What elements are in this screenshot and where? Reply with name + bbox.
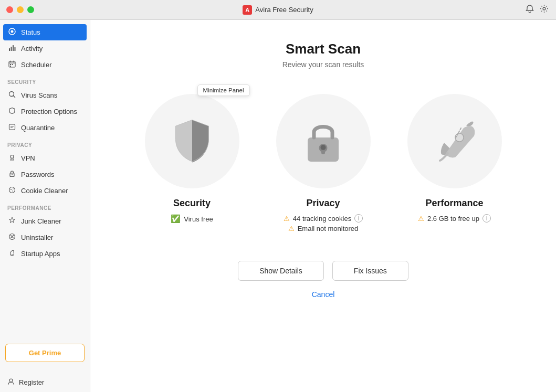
status-icon	[7, 28, 17, 37]
sidebar-passwords-label: Passwords	[21, 171, 55, 178]
quarantine-icon	[7, 123, 17, 132]
privacy-status-text-1: 44 tracking cookies	[293, 215, 351, 223]
action-buttons-row: Show Details Fix Issues	[238, 261, 408, 281]
svg-point-18	[12, 190, 13, 192]
virus-scans-icon	[7, 91, 17, 100]
get-prime-button[interactable]: Get Prime	[5, 344, 85, 362]
sidebar-item-protection-options[interactable]: Protection Options	[0, 103, 90, 120]
svg-point-26	[455, 133, 464, 142]
passwords-icon	[7, 170, 17, 179]
privacy-status-2: ⚠ Email not monitored	[288, 225, 359, 232]
svg-rect-9	[12, 64, 13, 65]
sidebar-item-quarantine[interactable]: Quarantine	[0, 120, 90, 136]
sidebar-virus-scans-label: Virus Scans	[21, 91, 57, 99]
rocket-icon	[432, 118, 477, 165]
sidebar-item-activity[interactable]: Activity	[0, 40, 90, 57]
sidebar-item-startup-apps[interactable]: Startup Apps	[0, 246, 90, 262]
security-status-text-1: Virus free	[184, 215, 213, 223]
svg-point-17	[11, 189, 12, 190]
sidebar-section-privacy: PRIVACY	[0, 136, 90, 150]
performance-card-title: Performance	[425, 198, 483, 209]
activity-icon	[7, 44, 17, 53]
sidebar-status-label: Status	[21, 28, 40, 36]
sidebar-item-register[interactable]: Register	[0, 373, 90, 392]
svg-rect-10	[10, 66, 11, 67]
app-title-text: Avira Free Security	[255, 6, 313, 14]
performance-status-text: 2.6 GB to free up	[427, 215, 479, 223]
sidebar-item-scheduler[interactable]: Scheduler	[0, 57, 90, 73]
sidebar-cookie-cleaner-label: Cookie Cleaner	[21, 187, 68, 195]
register-icon	[7, 378, 15, 387]
scan-cards-row: Minimize Panel Security ✅ Virus free	[111, 94, 535, 235]
sidebar-section-performance: PERFORMANCE	[0, 199, 90, 213]
app-icon: A	[243, 5, 252, 15]
sidebar: Status Activity	[0, 20, 90, 392]
fix-issues-button[interactable]: Fix Issues	[332, 261, 408, 281]
minimize-button[interactable]	[17, 6, 24, 13]
window-controls	[6, 6, 34, 13]
svg-rect-6	[15, 47, 16, 51]
svg-rect-5	[13, 45, 14, 51]
notification-button[interactable]	[525, 4, 534, 16]
privacy-status-1: ⚠ 44 tracking cookies i	[284, 214, 363, 223]
sidebar-footer: Get Prime	[0, 336, 90, 373]
privacy-warn-icon-2: ⚠	[288, 225, 295, 232]
page-subtitle: Review your scan results	[282, 60, 364, 69]
privacy-circle	[276, 94, 371, 188]
svg-point-13	[11, 155, 14, 158]
svg-rect-12	[9, 124, 15, 130]
maximize-button[interactable]	[27, 6, 34, 13]
svg-rect-4	[11, 47, 12, 51]
privacy-warn-icon-1: ⚠	[284, 215, 290, 223]
security-card: Minimize Panel Security ✅ Virus free	[134, 94, 250, 235]
sidebar-item-cookie-cleaner[interactable]: Cookie Cleaner	[0, 183, 90, 199]
privacy-info-icon-1[interactable]: i	[354, 214, 363, 223]
app-body: Status Activity	[0, 20, 556, 392]
privacy-card: Privacy ⚠ 44 tracking cookies i ⚠ Email …	[266, 94, 381, 235]
settings-button[interactable]	[540, 4, 549, 16]
lock-icon	[303, 118, 343, 165]
shield-icon	[169, 118, 216, 165]
svg-point-19	[13, 188, 13, 189]
privacy-card-title: Privacy	[306, 198, 340, 209]
sidebar-item-passwords[interactable]: Passwords	[0, 166, 90, 183]
sidebar-startup-apps-label: Startup Apps	[21, 250, 60, 258]
sidebar-item-uninstaller[interactable]: Uninstaller	[0, 229, 90, 246]
sidebar-junk-cleaner-label: Junk Cleaner	[21, 217, 61, 225]
sidebar-protection-label: Protection Options	[21, 108, 77, 115]
show-details-button[interactable]: Show Details	[238, 261, 324, 281]
sidebar-activity-label: Activity	[21, 45, 43, 52]
sidebar-nav: Status Activity	[0, 20, 90, 336]
svg-point-15	[12, 174, 13, 175]
sidebar-item-junk-cleaner[interactable]: Junk Cleaner	[0, 213, 90, 229]
security-card-title: Security	[173, 198, 211, 209]
sidebar-quarantine-label: Quarantine	[21, 124, 55, 132]
startup-apps-icon	[7, 249, 17, 258]
sidebar-item-status[interactable]: Status	[3, 24, 87, 40]
performance-warn-icon: ⚠	[418, 215, 424, 223]
close-button[interactable]	[6, 6, 13, 13]
junk-cleaner-icon	[7, 217, 17, 226]
svg-rect-8	[10, 64, 11, 65]
main-content: Smart Scan Review your scan results Mini…	[90, 20, 556, 392]
titlebar-actions	[525, 4, 549, 16]
svg-point-2	[11, 30, 14, 33]
svg-point-16	[9, 187, 15, 193]
sidebar-register-label: Register	[19, 378, 44, 386]
security-circle: Minimize Panel	[145, 94, 239, 188]
svg-point-21	[9, 379, 13, 382]
performance-circle	[407, 94, 502, 188]
performance-info-icon[interactable]: i	[482, 214, 491, 223]
titlebar: A Avira Free Security	[0, 0, 556, 20]
sidebar-item-virus-scans[interactable]: Virus Scans	[0, 87, 90, 103]
protection-options-icon	[7, 107, 17, 116]
sidebar-uninstaller-label: Uninstaller	[21, 234, 53, 241]
sidebar-section-security: SECURITY	[0, 73, 90, 87]
performance-card: Performance ⚠ 2.6 GB to free up i	[397, 94, 512, 235]
svg-rect-3	[9, 48, 10, 51]
app-title-group: A Avira Free Security	[243, 5, 313, 15]
cancel-button[interactable]: Cancel	[312, 290, 335, 299]
sidebar-vpn-label: VPN	[21, 154, 35, 162]
sidebar-item-vpn[interactable]: VPN	[0, 150, 90, 166]
uninstaller-icon	[7, 233, 17, 242]
